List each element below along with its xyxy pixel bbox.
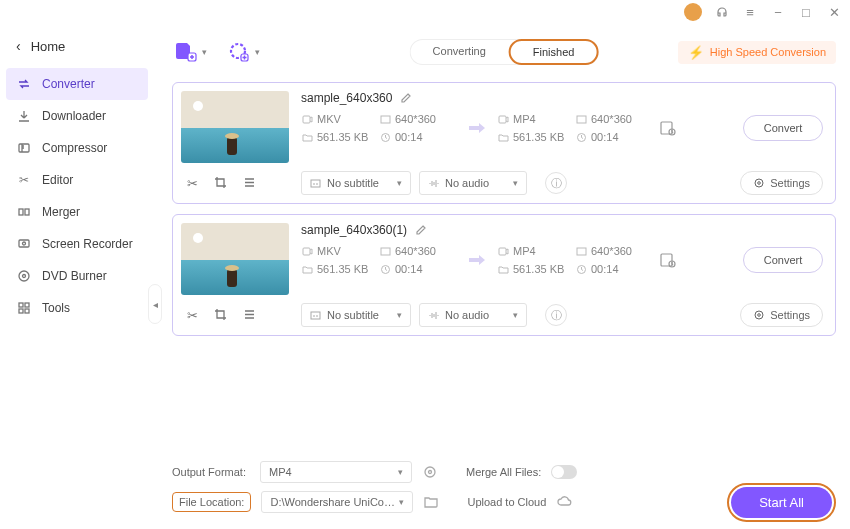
- sidebar-item-screen-recorder[interactable]: Screen Recorder: [0, 228, 154, 260]
- close-icon[interactable]: ✕: [826, 4, 842, 20]
- tools-icon: [16, 300, 32, 316]
- svg-point-4: [23, 242, 26, 245]
- sidebar-item-compressor[interactable]: Compressor: [0, 132, 154, 164]
- svg-rect-25: [303, 248, 310, 255]
- crop-icon[interactable]: [214, 308, 227, 323]
- svg-rect-1: [19, 209, 23, 215]
- chevron-down-icon: ▾: [513, 310, 518, 320]
- merge-label: Merge All Files:: [466, 466, 541, 478]
- subtitle-icon: [310, 178, 321, 189]
- more-icon[interactable]: [243, 308, 256, 323]
- arrow-right-icon: [465, 118, 489, 138]
- svg-rect-28: [499, 248, 506, 255]
- svg-rect-29: [577, 248, 586, 255]
- tab-converting[interactable]: Converting: [410, 39, 509, 65]
- output-format-label: Output Format:: [172, 466, 250, 478]
- output-settings-icon[interactable]: [422, 464, 438, 480]
- file-location-select[interactable]: D:\Wondershare UniConverter 1 ▾: [261, 491, 413, 513]
- svg-rect-3: [19, 240, 29, 247]
- menu-icon[interactable]: ≡: [742, 4, 758, 20]
- output-format-select[interactable]: MP4 ▾: [260, 461, 412, 483]
- svg-rect-17: [499, 116, 506, 123]
- trim-icon[interactable]: ✂: [187, 308, 198, 323]
- file-location-value: D:\Wondershare UniConverter 1: [270, 496, 395, 508]
- sidebar-item-tools[interactable]: Tools: [0, 292, 154, 324]
- support-icon[interactable]: [714, 4, 730, 20]
- home-label: Home: [31, 39, 66, 54]
- dst-size: 561.35 KB: [513, 131, 564, 143]
- resolution-icon: [379, 245, 391, 257]
- dst-format: MP4: [513, 245, 536, 257]
- audio-icon: [428, 178, 439, 189]
- resolution-icon: [379, 113, 391, 125]
- hsc-label: High Speed Conversion: [710, 46, 826, 58]
- sidebar-item-editor[interactable]: ✂ Editor: [0, 164, 154, 196]
- sidebar-item-merger[interactable]: Merger: [0, 196, 154, 228]
- trim-icon[interactable]: ✂: [187, 176, 198, 191]
- chevron-down-icon[interactable]: ▾: [255, 47, 260, 57]
- arrow-right-icon: [465, 250, 489, 270]
- crop-icon[interactable]: [214, 176, 227, 191]
- cloud-icon[interactable]: [556, 494, 572, 510]
- merge-toggle[interactable]: [551, 465, 577, 479]
- dst-size: 561.35 KB: [513, 263, 564, 275]
- folder-icon: [497, 263, 509, 275]
- tab-finished[interactable]: Finished: [509, 39, 599, 65]
- add-url-button[interactable]: [225, 40, 253, 64]
- info-icon[interactable]: ⓘ: [545, 172, 567, 194]
- folder-icon: [301, 263, 313, 275]
- audio-select[interactable]: No audio ▾: [419, 171, 527, 195]
- compress-icon: [16, 140, 32, 156]
- svg-rect-15: [381, 116, 390, 123]
- video-thumbnail[interactable]: [181, 223, 289, 295]
- back-home[interactable]: ‹ Home: [0, 32, 154, 68]
- convert-button[interactable]: Convert: [743, 247, 823, 273]
- screen-recorder-icon: [16, 236, 32, 252]
- gear-icon: [753, 177, 765, 189]
- sidebar: ‹ Home Converter Downloader Compressor ✂…: [0, 24, 154, 529]
- sidebar-item-label: DVD Burner: [42, 269, 107, 283]
- edit-title-icon[interactable]: [400, 92, 412, 104]
- status-tabs: Converting Finished: [410, 39, 599, 65]
- open-folder-icon[interactable]: [423, 494, 439, 510]
- svg-point-24: [758, 182, 761, 185]
- maximize-icon[interactable]: □: [798, 4, 814, 20]
- resolution-icon: [575, 113, 587, 125]
- video-thumbnail[interactable]: [181, 91, 289, 163]
- row-settings-button[interactable]: Settings: [740, 171, 823, 195]
- subtitle-select[interactable]: No subtitle ▾: [301, 171, 411, 195]
- svg-rect-2: [25, 209, 29, 215]
- sidebar-item-downloader[interactable]: Downloader: [0, 100, 154, 132]
- sidebar-item-converter[interactable]: Converter: [6, 68, 148, 100]
- avatar-icon[interactable]: [684, 3, 702, 21]
- chevron-down-icon[interactable]: ▾: [202, 47, 207, 57]
- row-settings-button[interactable]: Settings: [740, 303, 823, 327]
- merger-icon: [16, 204, 32, 220]
- start-all-button[interactable]: Start All: [731, 487, 832, 518]
- sidebar-item-dvd-burner[interactable]: DVD Burner: [0, 260, 154, 292]
- chevron-down-icon: ▾: [399, 497, 404, 507]
- edit-title-icon[interactable]: [415, 224, 427, 236]
- chevron-down-icon: ▾: [397, 178, 402, 188]
- sidebar-item-label: Converter: [42, 77, 95, 91]
- minimize-icon[interactable]: −: [770, 4, 786, 20]
- svg-point-37: [429, 471, 432, 474]
- audio-select[interactable]: No audio ▾: [419, 303, 527, 327]
- convert-button[interactable]: Convert: [743, 115, 823, 141]
- output-settings-icon[interactable]: [659, 251, 677, 269]
- high-speed-conversion[interactable]: ⚡ High Speed Conversion: [678, 41, 836, 64]
- file-title: sample_640x360: [301, 91, 392, 105]
- subtitle-select[interactable]: No subtitle ▾: [301, 303, 411, 327]
- resolution-icon: [575, 245, 587, 257]
- add-file-button[interactable]: [172, 40, 200, 64]
- output-settings-icon[interactable]: [659, 119, 677, 137]
- src-format: MKV: [317, 113, 341, 125]
- file-location-label: File Location:: [172, 492, 251, 512]
- dst-format: MP4: [513, 113, 536, 125]
- folder-icon: [497, 131, 509, 143]
- chevron-down-icon: ▾: [513, 178, 518, 188]
- more-icon[interactable]: [243, 176, 256, 191]
- settings-label: Settings: [770, 309, 810, 321]
- svg-rect-31: [661, 254, 672, 266]
- info-icon[interactable]: ⓘ: [545, 304, 567, 326]
